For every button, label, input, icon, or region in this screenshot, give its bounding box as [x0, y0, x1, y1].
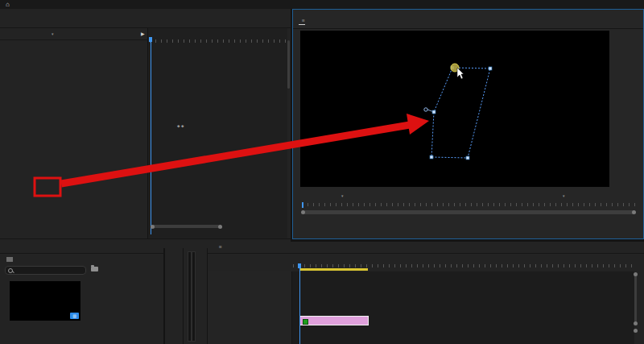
keyframe-icon[interactable]: ◆ — [181, 124, 184, 128]
program-playhead[interactable] — [302, 202, 303, 208]
timeline-playhead[interactable] — [299, 263, 300, 344]
audio-meters-panel — [184, 242, 207, 344]
audio-meter-right — [192, 251, 196, 342]
search-input[interactable] — [5, 266, 86, 275]
ec-zoom-scrollbar[interactable] — [152, 225, 220, 228]
ec-zoom-handle-left[interactable] — [151, 225, 155, 229]
timeline-vscroll-handle-top[interactable] — [634, 272, 638, 276]
new-bin-icon[interactable] — [91, 267, 98, 271]
timeline-vscrollbar[interactable] — [634, 275, 637, 324]
audio-vscroll-handle[interactable] — [634, 329, 638, 333]
tools-panel — [165, 242, 183, 344]
keyframe-icon[interactable]: ◆ — [177, 124, 180, 128]
sequence-badge-icon: ▥ — [70, 313, 79, 319]
project-file-icon — [6, 257, 13, 262]
program-scrollbar[interactable] — [303, 210, 634, 214]
home-icon[interactable]: ⌂ — [6, 1, 10, 8]
chevron-down-icon[interactable]: ▾ — [52, 31, 54, 36]
ec-playhead[interactable] — [151, 37, 151, 234]
search-icon — [8, 268, 13, 273]
clip-fx-badge — [303, 319, 308, 325]
project-tab-bar — [0, 242, 163, 254]
ec-playhead-handle[interactable] — [149, 37, 152, 42]
timeline-lanes[interactable] — [291, 271, 634, 344]
project-panel: ▥ — [0, 242, 163, 344]
tab-sequence-02[interactable]: ≡ — [213, 244, 222, 251]
program-tab-bar: ≡ — [293, 10, 643, 29]
premiere-pro-window: ⌂ ▾ ▶ ◆ ◆ — [0, 0, 644, 344]
quality-select[interactable]: ▾ — [563, 193, 565, 198]
tab-program[interactable]: ≡ — [299, 18, 305, 25]
timeline-view-toggle-icon[interactable]: ▶ — [141, 31, 145, 36]
timeline-ruler-ticks — [293, 264, 634, 267]
effect-controls-tab-bar — [0, 9, 291, 28]
sequence-thumbnail[interactable]: ▥ — [10, 281, 80, 321]
app-bar: ⌂ — [0, 0, 644, 9]
ec-vertical-scrollbar[interactable] — [287, 40, 290, 89]
effect-properties-list — [0, 40, 147, 238]
timeline-panel: ≡ — [208, 242, 644, 344]
track-headers — [208, 271, 292, 344]
ec-ruler-ticks — [150, 39, 287, 43]
program-scroll-handle-right[interactable] — [632, 210, 636, 214]
effect-controls-panel: ▾ ▶ ◆ ◆ — [0, 9, 291, 239]
panel-menu-icon[interactable]: ≡ — [302, 18, 305, 23]
program-scroll-handle-left[interactable] — [301, 210, 305, 214]
effect-controls-timeline[interactable]: ◆ ◆ — [147, 28, 287, 238]
program-video-area[interactable] — [300, 31, 609, 187]
clip-cinematic[interactable] — [299, 316, 369, 325]
render-bar — [299, 268, 368, 271]
program-scrub-ticks[interactable] — [302, 203, 635, 206]
clip-selector-bar: ▾ — [0, 28, 147, 40]
panel-menu-icon[interactable]: ≡ — [219, 244, 222, 250]
timeline-vscroll-handle-bottom[interactable] — [634, 321, 638, 325]
timeline-tab-bar: ≡ — [208, 242, 644, 254]
program-monitor-panel: ≡ ▾ ▾ — [292, 9, 644, 239]
zoom-select[interactable]: ▾ — [341, 193, 344, 198]
ec-zoom-handle-right[interactable] — [218, 225, 222, 229]
